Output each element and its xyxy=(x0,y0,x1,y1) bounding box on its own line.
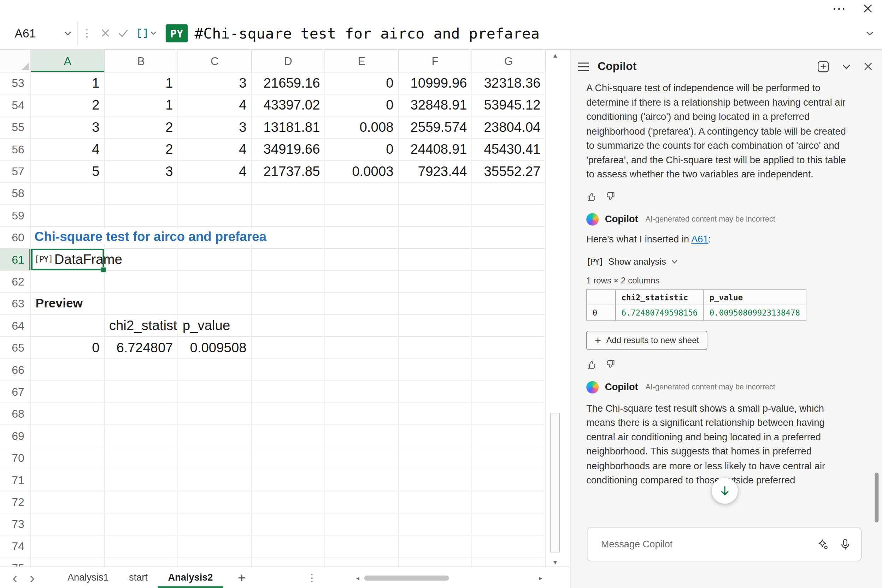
row-header-64[interactable]: 64 xyxy=(0,315,31,337)
cell-A57[interactable]: 5 xyxy=(31,160,105,182)
row-header-56[interactable]: 56 xyxy=(0,138,31,160)
cell-D63[interactable] xyxy=(252,293,325,315)
cell-C53[interactable]: 3 xyxy=(178,72,252,94)
formula-bar-menu-icon[interactable]: ⋮ xyxy=(81,27,92,40)
cell-C72[interactable] xyxy=(178,491,252,513)
row-header-57[interactable]: 57 xyxy=(0,160,31,182)
column-header-A[interactable]: A xyxy=(31,50,105,72)
column-header-C[interactable]: C xyxy=(178,50,252,72)
cell-G69[interactable] xyxy=(472,425,546,447)
cell-D58[interactable] xyxy=(252,183,325,205)
cell-B69[interactable] xyxy=(105,425,178,447)
cell-D69[interactable] xyxy=(252,425,325,447)
cell-F72[interactable] xyxy=(399,491,472,513)
cell-E56[interactable]: 0 xyxy=(325,138,399,160)
cell-D65[interactable] xyxy=(252,337,325,359)
cell-D64[interactable] xyxy=(252,315,325,337)
add-results-button[interactable]: + Add results to new sheet xyxy=(586,330,707,350)
cell-A63[interactable]: Preview xyxy=(31,293,105,315)
cell-E68[interactable] xyxy=(325,403,399,425)
cell-E55[interactable]: 0.008 xyxy=(325,117,399,138)
cell-A75[interactable] xyxy=(31,558,105,567)
cell-C56[interactable]: 4 xyxy=(178,138,252,160)
sheet-options-icon[interactable]: ⋮ xyxy=(307,572,317,584)
cell-G62[interactable] xyxy=(472,271,546,292)
cell-G58[interactable] xyxy=(472,183,546,205)
cell-C54[interactable]: 4 xyxy=(178,94,252,116)
cell-B59[interactable] xyxy=(105,205,178,226)
cell-F74[interactable] xyxy=(399,536,472,557)
cell-D71[interactable] xyxy=(252,469,325,491)
cell-A55[interactable]: 3 xyxy=(31,117,105,138)
cell-F75[interactable] xyxy=(399,558,472,567)
row-header-55[interactable]: 55 xyxy=(0,117,31,138)
cell-E64[interactable] xyxy=(325,315,399,337)
row-header-70[interactable]: 70 xyxy=(0,447,31,469)
cell-G66[interactable] xyxy=(472,359,546,381)
cell-F68[interactable] xyxy=(399,403,472,425)
formula-input[interactable]: #Chi-square test for airco and prefarea xyxy=(194,25,866,42)
cell-E60[interactable] xyxy=(325,227,399,249)
copilot-input-box[interactable] xyxy=(587,527,862,561)
cell-F56[interactable]: 24408.91 xyxy=(399,138,472,160)
row-header-72[interactable]: 72 xyxy=(0,491,31,513)
row-header-63[interactable]: 63 xyxy=(0,293,31,315)
cell-B54[interactable]: 1 xyxy=(105,94,178,116)
cell-D62[interactable] xyxy=(252,271,325,292)
cell-D75[interactable] xyxy=(252,558,325,567)
row-header-71[interactable]: 71 xyxy=(0,469,31,491)
cell-A54[interactable]: 2 xyxy=(31,94,105,116)
column-header-F[interactable]: F xyxy=(399,50,472,72)
microphone-icon[interactable] xyxy=(840,538,851,550)
column-header-D[interactable]: D xyxy=(252,50,325,72)
sheet-nav-left-icon[interactable]: ‹ xyxy=(12,572,17,583)
formula-bar-expand-icon[interactable] xyxy=(866,30,874,36)
cell-D54[interactable]: 43397.02 xyxy=(252,94,325,116)
cell-F58[interactable] xyxy=(399,183,472,205)
cell-reference-link[interactable]: A61 xyxy=(691,234,708,244)
sheet-nav-right-icon[interactable]: › xyxy=(30,572,34,583)
horizontal-scroll-thumb[interactable] xyxy=(364,575,449,580)
cell-E73[interactable] xyxy=(325,513,399,536)
cell-F54[interactable]: 32848.91 xyxy=(399,94,472,116)
cell-G67[interactable] xyxy=(472,381,546,403)
cell-A69[interactable] xyxy=(31,425,105,447)
cell-F53[interactable]: 10999.96 xyxy=(399,72,472,94)
cell-E53[interactable]: 0 xyxy=(325,72,399,94)
cell-E62[interactable] xyxy=(325,271,399,292)
cell-A68[interactable] xyxy=(31,403,105,425)
cell-B74[interactable] xyxy=(105,536,178,557)
cell-F73[interactable] xyxy=(399,513,472,536)
cell-F71[interactable] xyxy=(399,469,472,491)
cell-G63[interactable] xyxy=(472,293,546,315)
cell-G54[interactable]: 53945.12 xyxy=(472,94,546,116)
cell-G60[interactable] xyxy=(472,227,546,249)
add-sheet-button[interactable]: + xyxy=(238,570,246,585)
cell-D59[interactable] xyxy=(252,205,325,226)
cell-B72[interactable] xyxy=(105,491,178,513)
cell-G64[interactable] xyxy=(472,315,546,337)
cell-C61[interactable] xyxy=(178,249,252,271)
cell-A64[interactable] xyxy=(31,315,105,337)
vertical-scrollbar[interactable]: ▲ ▼ xyxy=(549,51,561,567)
cell-A71[interactable] xyxy=(31,469,105,491)
cell-D73[interactable] xyxy=(252,513,325,536)
cancel-icon[interactable] xyxy=(101,28,110,38)
scroll-down-icon[interactable]: ▼ xyxy=(549,559,561,566)
cell-C63[interactable] xyxy=(178,293,252,315)
cell-C62[interactable] xyxy=(178,271,252,292)
message-input[interactable] xyxy=(600,538,817,550)
cell-A67[interactable] xyxy=(31,381,105,403)
cell-E61[interactable] xyxy=(325,249,399,271)
cell-C68[interactable] xyxy=(178,403,252,425)
cell-G70[interactable] xyxy=(472,447,546,469)
cell-C55[interactable]: 3 xyxy=(178,117,252,138)
cell-D68[interactable] xyxy=(252,403,325,425)
cell-G71[interactable] xyxy=(472,469,546,491)
cell-B57[interactable]: 3 xyxy=(105,160,178,182)
cell-G56[interactable]: 45430.41 xyxy=(472,138,546,160)
hamburger-menu-icon[interactable] xyxy=(578,62,590,72)
cell-D57[interactable]: 21737.85 xyxy=(252,160,325,182)
thumbs-up-icon[interactable] xyxy=(586,191,597,201)
cell-C74[interactable] xyxy=(178,536,252,557)
